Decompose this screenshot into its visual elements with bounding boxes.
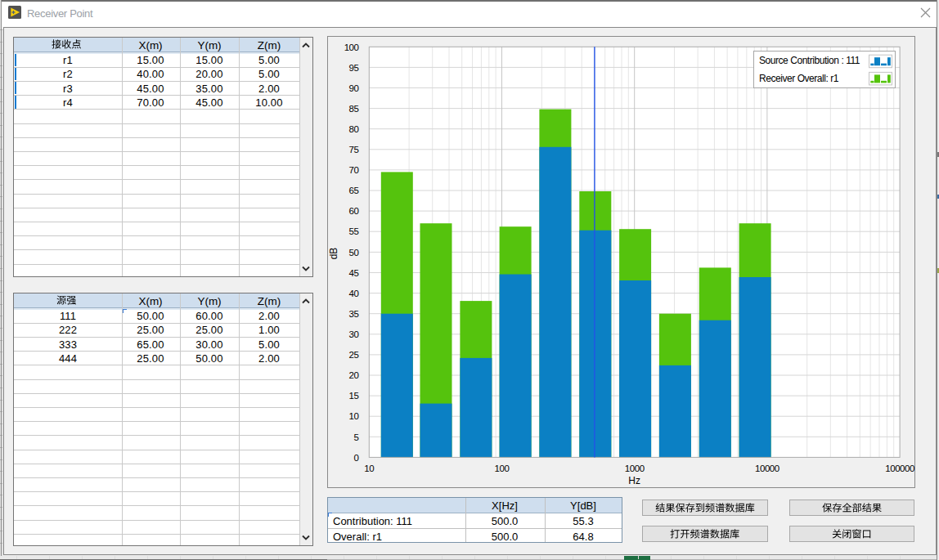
- svg-text:25: 25: [349, 350, 359, 360]
- svg-text:80: 80: [349, 124, 359, 134]
- svg-text:65: 65: [349, 186, 359, 195]
- svg-text:10000: 10000: [755, 464, 780, 473]
- svg-text:35: 35: [349, 309, 359, 319]
- svg-text:100: 100: [344, 43, 359, 52]
- svg-text:50: 50: [349, 248, 359, 258]
- svg-text:30: 30: [349, 329, 359, 339]
- svg-text:45: 45: [349, 268, 359, 278]
- svg-text:Hz: Hz: [628, 475, 640, 486]
- svg-text:5: 5: [354, 432, 359, 442]
- svg-text:85: 85: [349, 104, 359, 114]
- svg-text:100000: 100000: [885, 464, 914, 473]
- svg-text:90: 90: [349, 83, 359, 93]
- svg-text:60: 60: [349, 206, 359, 216]
- svg-text:dB: dB: [328, 248, 339, 260]
- svg-text:Receiver Overall: r1: Receiver Overall: r1: [759, 73, 839, 84]
- svg-text:10: 10: [349, 411, 359, 421]
- svg-text:95: 95: [349, 63, 359, 73]
- svg-text:55: 55: [349, 226, 359, 236]
- svg-text:75: 75: [349, 145, 359, 155]
- svg-text:1000: 1000: [625, 464, 645, 473]
- svg-text:Source Contribution : 111: Source Contribution : 111: [759, 55, 860, 66]
- svg-text:0: 0: [354, 453, 359, 463]
- svg-text:70: 70: [349, 165, 359, 175]
- svg-text:10: 10: [364, 464, 374, 473]
- svg-text:100: 100: [495, 464, 510, 473]
- svg-text:20: 20: [349, 370, 359, 380]
- svg-text:40: 40: [349, 289, 359, 298]
- svg-text:15: 15: [349, 391, 359, 401]
